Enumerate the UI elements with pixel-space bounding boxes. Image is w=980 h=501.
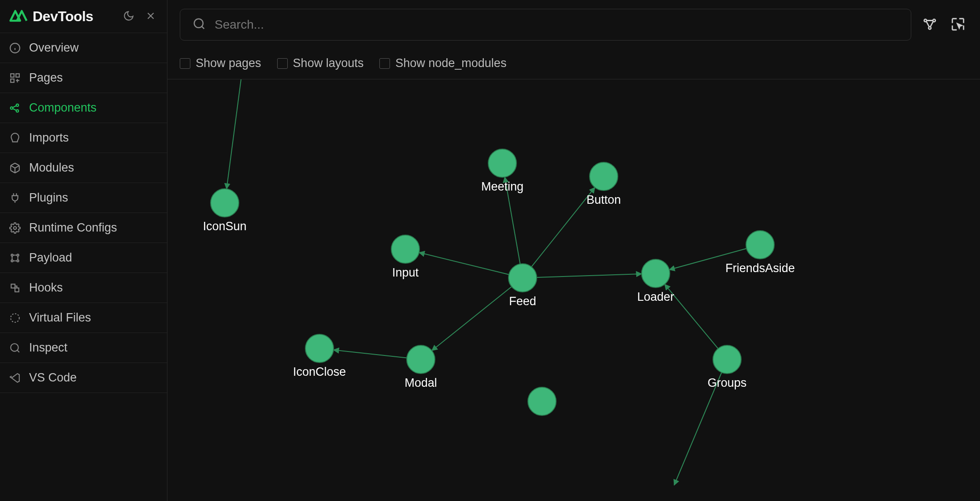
nav-label: Payload	[29, 251, 72, 265]
logo-icon	[9, 8, 28, 25]
svg-point-9	[17, 254, 19, 256]
filter-label: Show pages	[196, 56, 261, 70]
nav-item-runtime-configs[interactable]: Runtime Configs	[0, 213, 167, 243]
filter-show-layouts[interactable]: Show layouts	[277, 56, 364, 70]
nav-label: VS Code	[29, 371, 77, 385]
nav-label: Plugins	[29, 191, 68, 205]
graph-icon	[9, 102, 21, 114]
filter-label: Show node_modules	[395, 56, 506, 70]
nav-label: Overview	[29, 41, 79, 55]
nav-label: Pages	[29, 71, 63, 85]
nav-item-payload[interactable]: Payload	[0, 243, 167, 273]
svg-point-29	[713, 345, 741, 374]
plugins-icon	[9, 192, 21, 204]
nav-label: Hooks	[29, 281, 63, 295]
svg-point-15	[11, 344, 18, 351]
nav-item-modules[interactable]: Modules	[0, 153, 167, 183]
vscode-icon	[9, 372, 21, 384]
filter-show-pages[interactable]: Show pages	[180, 56, 261, 70]
nav-item-virtual-files[interactable]: Virtual Files	[0, 303, 167, 333]
svg-rect-2	[16, 74, 19, 77]
svg-point-10	[11, 260, 13, 262]
pages-icon	[9, 72, 21, 84]
inspect-element-button[interactable]	[948, 15, 968, 34]
nav-label: Runtime Configs	[29, 221, 117, 235]
graph-node-label: IconSun	[203, 220, 246, 233]
app-title: DevTools	[33, 8, 93, 25]
hooks-icon	[9, 282, 21, 294]
checkbox[interactable]	[379, 58, 390, 69]
graph-node-label: IconClose	[293, 365, 346, 378]
graph-view-icon	[922, 17, 937, 33]
graph-node-label: Meeting	[481, 180, 523, 193]
nav-item-overview[interactable]: Overview	[0, 33, 167, 63]
gear-icon	[9, 222, 21, 234]
svg-point-18	[928, 26, 931, 29]
svg-point-19	[933, 19, 935, 22]
filter-bar: Show pages Show layouts Show node_module…	[167, 49, 980, 79]
nav-label: Imports	[29, 131, 69, 145]
nav-label: Inspect	[29, 341, 67, 355]
graph-edge	[419, 253, 509, 275]
svg-point-24	[509, 264, 537, 292]
nav-item-components[interactable]: Components	[0, 93, 167, 123]
nav-item-plugins[interactable]: Plugins	[0, 183, 167, 213]
graph-node[interactable]: Modal	[405, 345, 437, 389]
graph-node[interactable]: Groups	[708, 345, 747, 389]
svg-rect-12	[11, 284, 15, 288]
graph-edge	[537, 274, 642, 277]
graph-node-label: Feed	[509, 295, 536, 308]
search-box[interactable]	[180, 9, 911, 41]
graph-node[interactable]: IconClose	[293, 334, 346, 378]
component-graph[interactable]: IconSunMeetingButtonInputFeedLoaderFrien…	[167, 79, 980, 501]
graph-edge	[531, 187, 595, 267]
nav-item-pages[interactable]: Pages	[0, 63, 167, 93]
svg-rect-3	[11, 79, 14, 82]
svg-point-22	[590, 162, 618, 191]
moon-icon	[123, 10, 134, 23]
theme-toggle-button[interactable]	[121, 9, 136, 24]
graph-node-label: Groups	[708, 376, 747, 389]
graph-node-label: Modal	[405, 376, 437, 389]
graph-node-label: Input	[392, 266, 419, 279]
graph-node[interactable]: Feed	[509, 264, 537, 308]
main: Show pages Show layouts Show node_module…	[167, 0, 980, 501]
nav-label: Modules	[29, 161, 74, 175]
payload-icon	[9, 252, 21, 264]
nav-item-hooks[interactable]: Hooks	[0, 273, 167, 303]
checkbox[interactable]	[180, 58, 190, 69]
svg-point-23	[391, 235, 419, 263]
svg-point-21	[488, 149, 516, 177]
graph-node-label: FriendsAside	[725, 262, 795, 275]
svg-point-11	[17, 260, 19, 262]
graph-node[interactable]: Input	[391, 235, 419, 279]
close-button[interactable]	[143, 9, 158, 24]
svg-point-27	[305, 334, 334, 363]
graph-node[interactable]: Loader	[637, 259, 674, 303]
checkbox[interactable]	[277, 58, 288, 69]
nav-item-vscode[interactable]: VS Code	[0, 363, 167, 393]
nav-item-inspect[interactable]: Inspect	[0, 333, 167, 363]
filter-show-node-modules[interactable]: Show node_modules	[379, 56, 506, 70]
svg-point-16	[194, 19, 203, 28]
nav: Overview Pages Components Imports Module…	[0, 33, 167, 393]
graph-view-button[interactable]	[920, 15, 939, 34]
svg-point-14	[11, 314, 19, 322]
graph-svg[interactable]: IconSunMeetingButtonInputFeedLoaderFrien…	[167, 79, 980, 501]
graph-node[interactable]	[528, 387, 556, 415]
graph-node[interactable]: IconSun	[203, 189, 246, 233]
nav-item-imports[interactable]: Imports	[0, 123, 167, 153]
svg-point-20	[211, 189, 239, 217]
graph-edge	[334, 350, 407, 358]
topbar	[167, 0, 980, 49]
search-icon	[193, 17, 206, 32]
graph-node[interactable]: Button	[587, 162, 621, 206]
graph-node[interactable]: Meeting	[481, 149, 523, 193]
svg-point-26	[746, 231, 774, 259]
modules-icon	[9, 162, 21, 174]
graph-edge	[432, 287, 512, 351]
search-input[interactable]	[215, 18, 898, 32]
sidebar-header: DevTools	[0, 0, 167, 33]
graph-node-label: Loader	[637, 290, 674, 303]
graph-node[interactable]: FriendsAside	[725, 231, 795, 275]
